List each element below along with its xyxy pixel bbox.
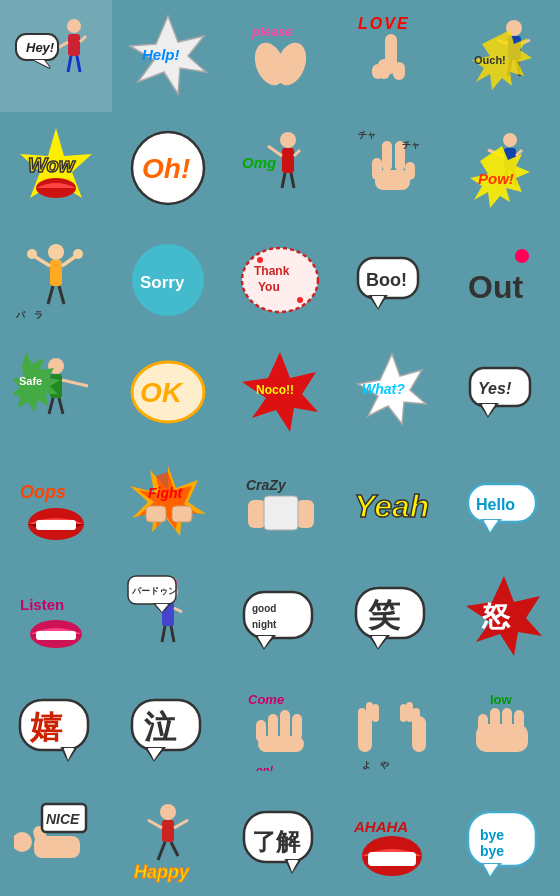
sticker-out[interactable]: Out — [448, 224, 560, 336]
svg-text:チャ: チャ — [358, 130, 376, 140]
sticker-crazy[interactable]: CraZy — [224, 448, 336, 560]
sticker-safe[interactable]: Safe — [0, 336, 112, 448]
sticker-ok[interactable]: OK — [112, 336, 224, 448]
sticker-yes[interactable]: Yes! — [448, 336, 560, 448]
svg-line-38 — [291, 173, 294, 188]
sticker-hello[interactable]: Hello — [448, 448, 560, 560]
svg-line-57 — [34, 256, 50, 266]
sticker-yorokobi[interactable]: 嬉 — [0, 672, 112, 784]
svg-text:low: low — [490, 692, 513, 707]
sticker-grid: Hey! Help! please — [0, 0, 560, 896]
sticker-naku[interactable]: 泣 — [112, 672, 224, 784]
sticker-please[interactable]: please — [224, 0, 336, 112]
svg-rect-146 — [280, 710, 290, 740]
svg-line-120 — [162, 626, 165, 642]
svg-line-81 — [49, 398, 53, 414]
svg-point-70 — [297, 297, 303, 303]
svg-rect-149 — [258, 736, 304, 752]
svg-text:AHAHA: AHAHA — [353, 818, 408, 835]
svg-text:Noco!!: Noco!! — [256, 383, 294, 397]
sticker-low[interactable]: low — [448, 672, 560, 784]
svg-rect-184 — [368, 852, 416, 866]
svg-text:CraZy: CraZy — [246, 477, 287, 493]
sticker-help[interactable]: Help! — [112, 0, 224, 112]
svg-text:チャ: チャ — [402, 140, 420, 150]
sticker-nice[interactable]: NICE — [0, 784, 112, 896]
svg-rect-153 — [358, 708, 366, 728]
svg-text:Hello: Hello — [476, 496, 515, 513]
svg-point-60 — [73, 249, 83, 259]
svg-line-176 — [158, 842, 165, 860]
svg-rect-104 — [296, 500, 314, 528]
svg-rect-101 — [172, 506, 192, 522]
sticker-boo[interactable]: Boo! — [336, 224, 448, 336]
svg-point-0 — [67, 19, 81, 33]
svg-line-121 — [171, 626, 174, 642]
svg-rect-173 — [162, 820, 174, 842]
sticker-warai[interactable]: 笑 — [336, 560, 448, 672]
sticker-two-hands[interactable]: よ や — [336, 672, 448, 784]
sticker-happy[interactable]: Happy — [112, 784, 224, 896]
svg-line-61 — [48, 286, 53, 304]
svg-text:パ　ラ: パ ラ — [15, 310, 43, 320]
sticker-thankyou[interactable]: Thank You — [224, 224, 336, 336]
svg-rect-1 — [68, 34, 80, 56]
sticker-pow[interactable]: Pow! — [448, 112, 560, 224]
sticker-pardong[interactable]: パードゥン — [112, 560, 224, 672]
svg-text:Sorry: Sorry — [140, 273, 185, 292]
svg-line-5 — [77, 56, 80, 72]
sticker-oh[interactable]: Oh! — [112, 112, 224, 224]
svg-text:パードゥン: パードゥン — [131, 586, 177, 596]
sticker-anger[interactable]: 怒 — [448, 560, 560, 672]
svg-text:Oh!: Oh! — [142, 153, 190, 184]
sticker-para[interactable]: パ ラ — [0, 224, 112, 336]
svg-text:笑: 笑 — [367, 597, 401, 633]
svg-rect-34 — [282, 148, 294, 173]
sticker-omg[interactable]: Omg — [224, 112, 336, 224]
svg-text:bye: bye — [480, 827, 504, 843]
svg-rect-113 — [36, 631, 76, 640]
sticker-ahaha[interactable]: AHAHA — [336, 784, 448, 896]
sticker-oops[interactable]: Oops — [0, 448, 112, 560]
svg-point-169 — [14, 832, 32, 852]
svg-text:Listen: Listen — [20, 596, 64, 613]
svg-rect-56 — [50, 260, 62, 286]
svg-text:Come: Come — [248, 692, 284, 707]
sticker-ryokai[interactable]: 了解 — [224, 784, 336, 896]
sticker-what[interactable]: What? — [336, 336, 448, 448]
sticker-come[interactable]: Come on! — [224, 672, 336, 784]
svg-text:Wow: Wow — [28, 154, 76, 176]
svg-text:Boo!: Boo! — [366, 270, 407, 290]
sticker-byebye[interactable]: bye bye — [448, 784, 560, 896]
svg-line-119 — [174, 608, 182, 612]
svg-text:Hey!: Hey! — [26, 40, 55, 55]
svg-text:Fight: Fight — [148, 485, 184, 501]
svg-line-4 — [68, 56, 71, 72]
svg-text:嬉: 嬉 — [29, 709, 63, 745]
sticker-chacha[interactable]: チャ チャ — [336, 112, 448, 224]
sticker-hey[interactable]: Hey! — [0, 0, 112, 112]
svg-rect-78 — [50, 374, 62, 398]
sticker-yeah[interactable]: Yeah — [336, 448, 448, 560]
sticker-goodnight[interactable]: good night — [224, 560, 336, 672]
svg-rect-162 — [478, 714, 488, 732]
svg-text:Pow!: Pow! — [478, 170, 514, 187]
sticker-fight[interactable]: Fight — [112, 448, 224, 560]
sticker-listen[interactable]: Listen — [0, 560, 112, 672]
sticker-sorry[interactable]: Sorry — [112, 224, 224, 336]
svg-rect-159 — [400, 704, 407, 722]
svg-text:Thank: Thank — [254, 264, 290, 278]
svg-text:on!: on! — [256, 764, 273, 771]
sticker-love[interactable]: LOVE — [336, 0, 448, 112]
sticker-ouch[interactable]: Ouch! — [448, 0, 560, 112]
svg-point-172 — [160, 804, 176, 820]
svg-line-37 — [282, 173, 285, 188]
svg-text:よ　や: よ や — [362, 760, 389, 770]
svg-rect-164 — [502, 708, 512, 730]
svg-point-59 — [27, 249, 37, 259]
svg-rect-100 — [146, 506, 166, 522]
svg-rect-96 — [36, 520, 76, 530]
sticker-wow[interactable]: Wow — [0, 112, 112, 224]
svg-line-58 — [62, 256, 76, 266]
sticker-noco[interactable]: Noco!! — [224, 336, 336, 448]
